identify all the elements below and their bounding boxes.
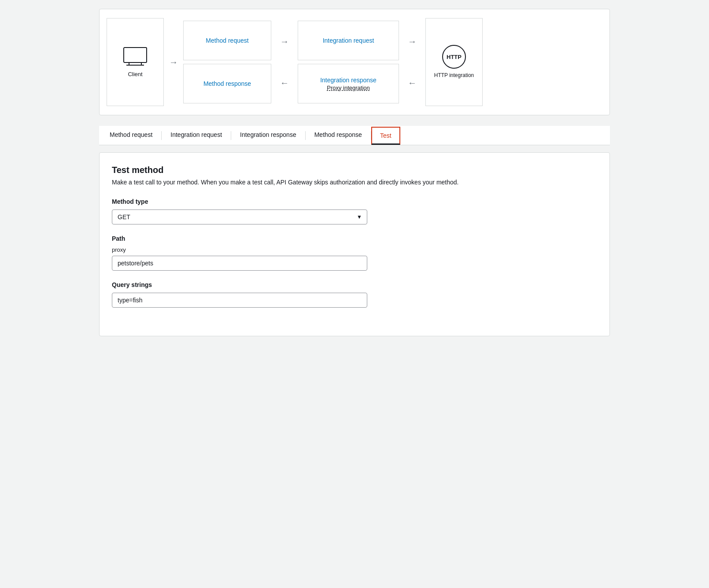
integration-response-link[interactable]: Integration response (320, 77, 377, 84)
http-integration-label: HTTP integration (434, 72, 474, 79)
integration-response-box[interactable]: Integration response Proxy integration (298, 64, 399, 103)
client-label: Client (128, 71, 142, 77)
method-request-link[interactable]: Method request (206, 37, 248, 44)
arrow-right-2: → (275, 37, 294, 47)
tab-integration-request[interactable]: Integration request (162, 126, 231, 145)
client-box: Client (107, 18, 164, 106)
test-method-description: Make a test call to your method. When yo… (112, 179, 597, 186)
method-type-wrapper: GET POST PUT DELETE PATCH HEAD OPTIONS ▼ (112, 209, 367, 224)
method-response-link[interactable]: Method response (203, 80, 251, 87)
path-section: Path proxy (112, 235, 597, 271)
method-response-box[interactable]: Method response (183, 64, 271, 103)
tab-method-response[interactable]: Method response (306, 126, 371, 145)
path-label: Path (112, 235, 597, 242)
arrow-right-3: → (403, 37, 422, 47)
tab-integration-response[interactable]: Integration response (231, 126, 305, 145)
query-strings-label: Query strings (112, 281, 597, 288)
flow-diagram: Client → Method request Method response … (99, 9, 610, 115)
http-circle: HTTP (442, 45, 466, 69)
method-type-select[interactable]: GET POST PUT DELETE PATCH HEAD OPTIONS (112, 209, 367, 224)
tab-test[interactable]: Test (371, 127, 400, 145)
middle-boxes: Method request Method response (183, 21, 271, 103)
tabs-bar: Method request Integration request Integ… (99, 126, 610, 145)
arrow-right-1: → (164, 57, 183, 67)
method-request-box[interactable]: Method request (183, 21, 271, 60)
integration-boxes: Integration request Integration response… (298, 21, 399, 103)
integration-request-box[interactable]: Integration request (298, 21, 399, 60)
query-strings-input[interactable] (112, 293, 367, 308)
svg-rect-0 (124, 48, 147, 62)
path-sublabel: proxy (112, 246, 597, 253)
arrow-left-1: ← (275, 78, 294, 88)
test-method-title: Test method (112, 165, 597, 175)
arrow-col-2: → ← (399, 21, 425, 103)
client-icon (123, 47, 148, 67)
method-type-section: Method type GET POST PUT DELETE PATCH HE… (112, 198, 597, 224)
method-type-label: Method type (112, 198, 597, 205)
tab-method-request[interactable]: Method request (101, 126, 161, 145)
http-circle-label: HTTP (447, 54, 462, 60)
arrow-left-2: ← (403, 78, 422, 88)
main-content: Test method Make a test call to your met… (99, 152, 610, 336)
http-integration-box: HTTP HTTP integration (425, 18, 483, 106)
proxy-integration-label: Proxy integration (327, 85, 370, 91)
path-input[interactable] (112, 256, 367, 271)
arrow-col-1: → ← (271, 21, 298, 103)
query-strings-section: Query strings (112, 281, 597, 308)
integration-request-link[interactable]: Integration request (323, 37, 374, 44)
